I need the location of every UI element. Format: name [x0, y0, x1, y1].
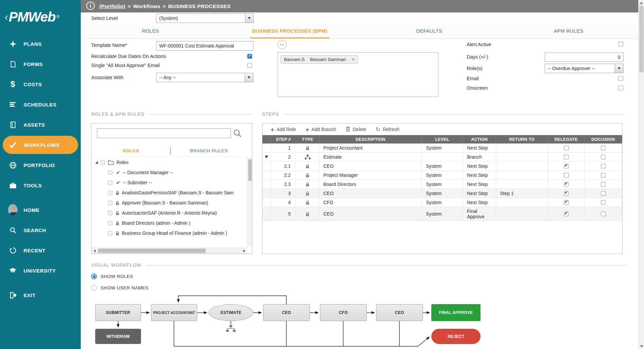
info-icon[interactable]	[86, 1, 95, 11]
table-row[interactable]: 3 CEO System Next Step Step 1	[262, 189, 622, 198]
table-row[interactable]: 5 CEO System Final Approve	[262, 207, 622, 221]
refresh-button[interactable]: ↻Refresh	[375, 127, 399, 132]
list-item[interactable]: Approver (Bassam.S - Bassam Samman)	[92, 198, 247, 208]
table-row[interactable]: 2.2 Project Manager System Next Step	[262, 171, 622, 180]
show-user-names-radio[interactable]	[91, 285, 97, 291]
list-item[interactable]: Business Group Head of Finance (admin - …	[92, 228, 247, 238]
search-icon[interactable]	[233, 129, 242, 139]
show-roles-radio-option[interactable]: SHOW ROLES	[91, 274, 133, 279]
table-row[interactable]: 2.3 Board Directors System Next Step	[262, 180, 622, 189]
delegate-checkbox[interactable]	[564, 191, 569, 196]
chevron-down-icon[interactable]	[245, 14, 253, 23]
email-checkbox[interactable]	[618, 76, 623, 81]
delegate-checkbox[interactable]	[564, 182, 569, 187]
recalculate-checkbox[interactable]	[247, 54, 252, 59]
add-role-button[interactable]: +Add Role	[271, 126, 296, 133]
scroll-down-button[interactable]	[639, 343, 644, 349]
docusign-checkbox[interactable]	[601, 182, 606, 187]
delete-button[interactable]: Delete	[346, 126, 366, 133]
role-checkbox[interactable]	[108, 211, 112, 215]
table-row[interactable]: 4 CFO System Next Step	[262, 198, 622, 207]
delegate-checkbox[interactable]	[564, 173, 569, 178]
onscreen-checkbox[interactable]	[618, 86, 623, 90]
tab-defaults[interactable]: DEFAULTS	[360, 24, 499, 38]
sidebar-item-home[interactable]: HOME	[0, 200, 81, 220]
tab-apm-rules[interactable]: APM RULES	[499, 24, 638, 38]
scroll-right-button[interactable]	[241, 248, 247, 254]
role-checkbox[interactable]	[108, 221, 112, 225]
docusign-checkbox[interactable]	[601, 191, 606, 196]
tab-roles[interactable]: ROLES	[81, 24, 220, 38]
role-checkbox[interactable]	[108, 231, 112, 235]
roles-search-input[interactable]	[97, 128, 231, 138]
add-branch-button[interactable]: +Add Branch	[306, 126, 336, 133]
tree-root-roles[interactable]: Roles	[92, 157, 247, 167]
role-checkbox[interactable]	[108, 181, 112, 185]
scroll-left-button[interactable]	[92, 248, 98, 254]
sidebar-item-search[interactable]: SEARCH	[0, 220, 81, 240]
delegate-checkbox[interactable]	[564, 212, 569, 216]
branch-rules-subtab[interactable]: BRANCH RULES	[171, 148, 247, 153]
sidebar-item-schedules[interactable]: SCHEDULES	[0, 94, 81, 115]
table-row[interactable]: 2.1 CEO System Next Step	[262, 162, 622, 171]
remove-chip-icon[interactable]: ×	[352, 57, 355, 62]
sidebar-item-workflows[interactable]: WORKFLOWS	[3, 136, 78, 154]
list-item[interactable]: ✔ -- Document Manager --	[92, 167, 247, 178]
role-checkbox[interactable]	[108, 191, 112, 195]
breadcrumb-workflows-link[interactable]: Workflows	[133, 3, 160, 9]
sidebar-item-assets[interactable]: ASSETS	[0, 115, 81, 135]
roles-horizontal-scrollbar[interactable]	[92, 248, 247, 254]
sidebar-item-costs[interactable]: $ COSTS	[0, 74, 81, 94]
delegate-checkbox[interactable]	[564, 164, 569, 168]
docusign-checkbox[interactable]	[601, 164, 606, 168]
associate-with-dropdown[interactable]: -- Any --	[156, 73, 253, 82]
notify-users-box[interactable]: Bassam.S Bassam Samman ×	[278, 52, 438, 97]
tree-expander-icon[interactable]	[95, 161, 98, 164]
list-item[interactable]: Board Directors (admin - Admin )	[92, 218, 247, 228]
docusign-checkbox[interactable]	[601, 173, 606, 178]
tree-root-checkbox[interactable]	[101, 160, 105, 165]
list-item[interactable]: ✔ -- Submitter --	[92, 178, 247, 188]
roles-subtab[interactable]: ROLES	[92, 148, 170, 153]
tab-business-processes[interactable]: BUSINESS PROCESSES (BPM)	[220, 24, 359, 38]
sidebar-item-university[interactable]: UNIVERSITY	[0, 260, 81, 281]
docusign-checkbox[interactable]	[601, 146, 606, 150]
show-user-names-radio-option[interactable]: SHOW USER NAMES	[91, 285, 149, 291]
sidebar-item-plans[interactable]: PLANS	[0, 34, 81, 54]
sidebar-item-tools[interactable]: TOOLS	[0, 175, 81, 195]
list-item[interactable]: AnalisisGastoPermisoSAF (Bassam.S - Bass…	[92, 188, 247, 198]
alert-active-checkbox[interactable]	[618, 42, 623, 46]
table-row[interactable]: 1 Project Accountant System Next Step	[262, 144, 622, 153]
days-input[interactable]	[545, 53, 623, 62]
sidebar-item-exit[interactable]: EXIT	[0, 285, 81, 305]
docusign-checkbox[interactable]	[601, 155, 606, 159]
select-level-dropdown[interactable]: (System)	[156, 13, 254, 23]
single-email-checkbox[interactable]	[247, 63, 252, 68]
page-scrollbar[interactable]	[638, 0, 644, 349]
table-row[interactable]: 2 Estimate Branch	[262, 153, 622, 162]
delegate-checkbox[interactable]	[564, 155, 569, 159]
chevron-down-icon[interactable]	[615, 64, 623, 73]
role-checkbox[interactable]	[108, 201, 112, 205]
list-item[interactable]: AutorizacionSAF (Antonio.R - Antonio Rey…	[92, 208, 247, 218]
delegate-checkbox[interactable]	[564, 146, 569, 150]
scroll-up-button[interactable]	[639, 0, 644, 6]
show-roles-radio[interactable]	[91, 274, 97, 279]
pmweb-logo[interactable]: ‹ PMWeb ®	[0, 0, 81, 34]
docusign-checkbox[interactable]	[601, 200, 606, 205]
docusign-checkbox[interactable]	[601, 212, 606, 216]
role-checkbox[interactable]	[108, 170, 112, 175]
delegate-checkbox[interactable]	[564, 200, 569, 205]
row-expander-icon[interactable]	[265, 156, 268, 158]
template-name-input[interactable]	[156, 41, 253, 51]
notify-users-ellipsis-button[interactable]: •••	[278, 40, 287, 49]
scrollbar-thumb[interactable]	[248, 159, 252, 181]
chevron-down-icon[interactable]	[245, 73, 253, 82]
sidebar-item-forms[interactable]: FORMS	[0, 54, 81, 74]
overdue-role-dropdown[interactable]: -- Overdue Approver --	[545, 64, 623, 73]
sidebar-item-recent[interactable]: RECENT	[0, 240, 81, 260]
scrollbar-thumb[interactable]	[639, 6, 644, 72]
sidebar-item-portfolio[interactable]: PORTFOLIO	[0, 155, 81, 175]
user-chip[interactable]: Bassam.S Bassam Samman ×	[281, 55, 358, 64]
breadcrumb-portfolio-link[interactable]: (Portfolio)	[99, 3, 125, 9]
